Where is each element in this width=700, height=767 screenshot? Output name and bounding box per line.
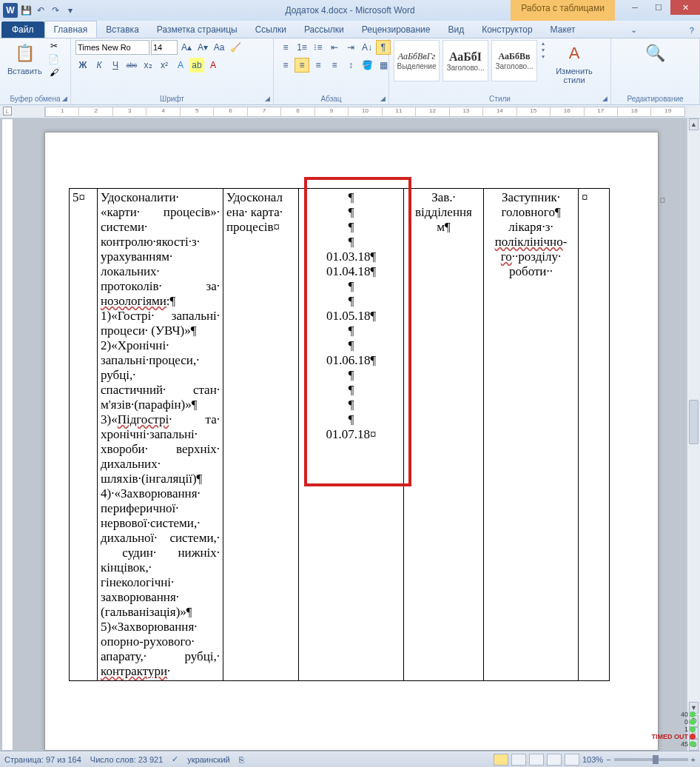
status-language[interactable]: украинский [187, 755, 229, 764]
shrink-font-icon[interactable]: A▾ [195, 40, 210, 55]
italic-button[interactable]: К [92, 58, 107, 73]
styles-gallery-more[interactable]: ▴ ▾ ▾ [540, 40, 546, 60]
align-left-icon[interactable]: ≡ [278, 58, 293, 73]
scroll-up-button[interactable]: ▲ [689, 118, 699, 130]
vertical-ruler[interactable] [1, 118, 13, 751]
cell-responsible2[interactable]: Заступник·головного¶лікаря·з·поліклінічн… [484, 189, 579, 681]
font-color-icon[interactable]: A [206, 58, 221, 73]
tab-table-layout[interactable]: Макет [542, 21, 585, 38]
scroll-thumb[interactable] [689, 400, 699, 444]
show-marks-icon[interactable]: ¶ [376, 40, 391, 55]
tab-review[interactable]: Рецензирование [353, 21, 440, 38]
change-case-icon[interactable]: Aa [212, 40, 226, 55]
close-button[interactable]: ✕ [670, 0, 700, 15]
tab-view[interactable]: Вид [439, 21, 473, 38]
zoom-level[interactable]: 103% [582, 755, 603, 764]
view-full-screen[interactable] [511, 754, 526, 766]
row-end-mark: ¤ [659, 193, 666, 208]
strike-button[interactable]: abc [124, 58, 139, 73]
paste-button[interactable]: 📋 Вставить [4, 40, 45, 77]
font-launcher[interactable]: ◢ [263, 94, 272, 103]
document-workspace: 5¤ Удосконалити· «карти· процесів»· сист… [0, 118, 700, 751]
status-spellcheck-icon[interactable]: ✓ [172, 754, 178, 764]
ribbon-minimize-icon[interactable]: ⌄ [625, 22, 643, 38]
tab-insert[interactable]: Вставка [97, 21, 148, 38]
multilevel-icon[interactable]: ⁝≡ [311, 40, 326, 55]
document-table[interactable]: 5¤ Удосконалити· «карти· процесів»· сист… [69, 188, 610, 681]
cell-number[interactable]: 5¤ [70, 189, 98, 681]
justify-icon[interactable]: ≡ [327, 58, 342, 73]
borders-icon[interactable]: ▦ [376, 58, 391, 73]
zoom-in-button[interactable]: + [691, 755, 696, 764]
cell-responsible1[interactable]: Зав.·відділенням¶ [404, 189, 484, 681]
decrease-indent-icon[interactable]: ⇤ [327, 40, 342, 55]
save-icon[interactable]: 💾 [19, 4, 33, 17]
text-effects-icon[interactable]: A [173, 58, 188, 73]
help-icon[interactable]: ? [684, 23, 700, 38]
align-center-icon[interactable]: ≡ [295, 58, 309, 73]
style-heading1[interactable]: АаБбІ Заголово... [442, 40, 488, 81]
status-page[interactable]: Страница: 97 из 164 [4, 755, 81, 764]
underline-button[interactable]: Ч [108, 58, 123, 73]
line-spacing-icon[interactable]: ↕ [343, 58, 358, 73]
cell-result[interactable]: Удосконалена· карта·процесів¤ [223, 189, 299, 681]
numbering-icon[interactable]: 1≡ [295, 40, 309, 55]
style-emphasis[interactable]: АаБбВвГг Выделение [394, 40, 440, 81]
view-outline[interactable] [547, 754, 562, 766]
tab-table-design[interactable]: Конструктор [473, 21, 541, 38]
status-insert-mode-icon[interactable]: ⎘ [239, 755, 244, 764]
tab-page-layout[interactable]: Разметка страницы [148, 21, 246, 38]
superscript-button[interactable]: x² [157, 58, 172, 73]
find-button[interactable]: 🔍 [641, 40, 670, 67]
qat-dropdown-icon[interactable]: ▾ [64, 4, 77, 17]
maximize-button[interactable]: ☐ [647, 0, 670, 15]
font-size-select[interactable] [151, 40, 178, 55]
clipboard-launcher[interactable]: ◢ [60, 94, 69, 103]
ribbon-group-editing: 🔍 Редактирование [611, 38, 700, 104]
cell-description[interactable]: Удосконалити· «карти· процесів»· системи… [98, 189, 223, 681]
cell-end[interactable]: ¤ [579, 189, 610, 681]
ribbon-group-clipboard: 📋 Вставить ✂ 📄 🖌 Буфер обмена ◢ [0, 38, 71, 104]
sort-icon[interactable]: A↓ [360, 40, 374, 55]
tab-home[interactable]: Главная [44, 21, 98, 38]
table-row[interactable]: 5¤ Удосконалити· «карти· процесів»· сист… [70, 189, 610, 681]
paragraph-launcher[interactable]: ◢ [378, 94, 387, 103]
status-word-count[interactable]: Число слов: 23 921 [90, 755, 163, 764]
table-tools-context-tab: Работа с таблицами [511, 0, 615, 21]
ribbon-tabs: Файл Главная Вставка Разметка страницы С… [0, 21, 700, 38]
styles-launcher[interactable]: ◢ [600, 94, 609, 103]
cell-dates[interactable]: ¶¶¶¶01.03.18¶01.04.18¶¶¶01.05.18¶¶¶01.06… [299, 189, 404, 681]
horizontal-ruler[interactable]: L 123 456 789 101112 131415 161718 19 [0, 105, 700, 118]
highlight-icon[interactable]: ab [189, 58, 204, 73]
undo-icon[interactable]: ↶ [34, 4, 47, 17]
zoom-slider[interactable] [614, 758, 688, 761]
grow-font-icon[interactable]: A▴ [179, 40, 194, 55]
tab-references[interactable]: Ссылки [246, 21, 295, 38]
align-right-icon[interactable]: ≡ [311, 58, 326, 73]
increase-indent-icon[interactable]: ⇥ [343, 40, 358, 55]
document-page[interactable]: 5¤ Удосконалити· «карти· процесів»· сист… [44, 132, 659, 751]
bullets-icon[interactable]: ≡ [278, 40, 293, 55]
subscript-button[interactable]: x₂ [141, 58, 155, 73]
redo-icon[interactable]: ↷ [49, 4, 62, 17]
change-styles-button[interactable]: A Изменить стили [549, 40, 599, 86]
shading-icon[interactable]: 🪣 [360, 58, 374, 73]
minimize-button[interactable]: ─ [623, 0, 647, 15]
ribbon-group-font: A▴ A▾ Aa 🧹 Ж К Ч abc x₂ x² A ab A Шрифт … [71, 38, 274, 104]
bold-button[interactable]: Ж [75, 58, 90, 73]
clear-format-icon[interactable]: 🧹 [228, 40, 243, 55]
style-heading2[interactable]: АаБбВв Заголово... [491, 40, 537, 81]
tab-mailings[interactable]: Рассылки [295, 21, 353, 38]
view-web-layout[interactable] [529, 754, 544, 766]
copy-icon[interactable]: 📄 [48, 53, 60, 65]
file-tab[interactable]: Файл [1, 21, 44, 38]
view-draft[interactable] [565, 754, 579, 766]
font-name-select[interactable] [75, 40, 149, 55]
zoom-out-button[interactable]: − [606, 755, 610, 764]
vertical-scrollbar[interactable]: ▲ ▼ ⦿ ○ ⦿ [687, 118, 700, 751]
tab-selector[interactable]: L [3, 107, 12, 115]
cut-icon[interactable]: ✂ [48, 40, 60, 52]
view-print-layout[interactable] [494, 754, 508, 766]
change-styles-icon: A [562, 41, 586, 65]
format-painter-icon[interactable]: 🖌 [48, 67, 60, 78]
